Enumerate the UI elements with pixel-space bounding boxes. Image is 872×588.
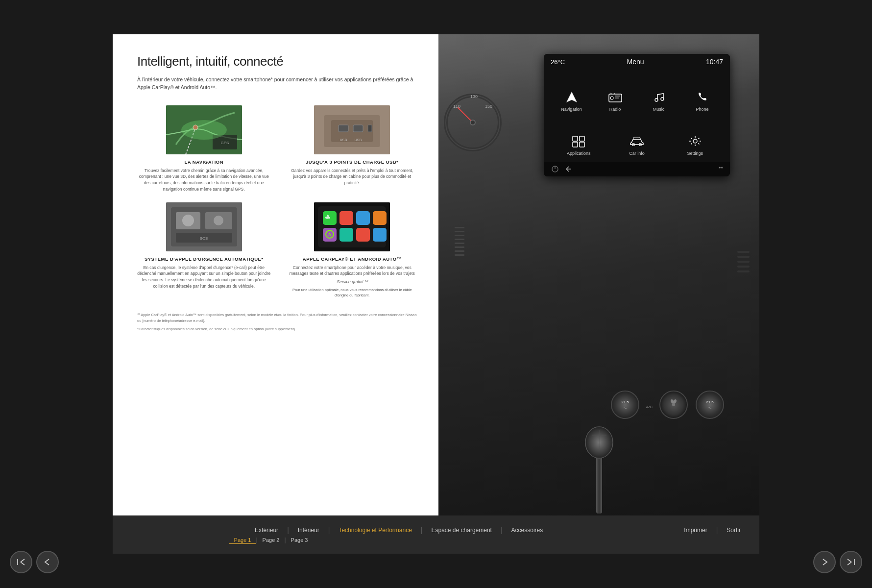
- right-vent-strip-2: [737, 256, 750, 258]
- svg-point-47: [719, 167, 721, 169]
- svg-rect-7: [339, 125, 348, 132]
- nav-sub-page2[interactable]: Page 2: [258, 537, 285, 543]
- feature-sos-image: SOS: [166, 202, 242, 251]
- screen-settings-label: Settings: [687, 151, 703, 156]
- screen-icon-radio[interactable]: Radio: [594, 74, 636, 127]
- left-vent: [453, 227, 465, 266]
- svg-rect-9: [368, 125, 372, 132]
- feature-carplay: A APPLE CARPLAY® ET ANDROID AUTO™ Connec…: [286, 202, 419, 298]
- right-vent-strip-1: [737, 251, 750, 253]
- screen-inner: 26°C Menu 10:47: [544, 54, 730, 176]
- feature-carplay-image: A: [314, 202, 390, 251]
- svg-text:SOS: SOS: [199, 236, 208, 241]
- vent-strip-3: [455, 235, 464, 236]
- screen-top-bar: 26°C Menu 10:47: [544, 54, 730, 70]
- arrow-first-btn[interactable]: [10, 551, 32, 573]
- feature-carplay-extra1: Service gratuit ¹⁰: [337, 279, 367, 285]
- svg-point-17: [182, 215, 194, 226]
- right-vent-strip-3: [737, 261, 750, 263]
- feature-carplay-title: APPLE CARPLAY® ET ANDROID AUTO™: [303, 256, 402, 262]
- radio-icon: [606, 89, 624, 105]
- screen-power-icon[interactable]: [551, 165, 559, 173]
- nav-item-tech[interactable]: Technologie et Performance: [330, 526, 420, 535]
- screen-back-icon[interactable]: [564, 165, 573, 173]
- vent-strip-8: [455, 254, 464, 256]
- svg-rect-23: [339, 211, 353, 225]
- phone-icon: [694, 89, 711, 105]
- screen-apps-label: Applications: [567, 151, 591, 156]
- nav-item-accessoires[interactable]: Accessoires: [503, 526, 552, 535]
- svg-rect-38: [573, 136, 578, 141]
- nav-sub-page1[interactable]: Page 1: [229, 537, 256, 544]
- speedo-gauge-area: 110 130 150: [438, 83, 507, 206]
- svg-point-56: [470, 120, 475, 125]
- right-panel: 26°C Menu 10:47: [438, 34, 759, 515]
- svg-text:USB: USB: [340, 138, 347, 142]
- music-icon: [650, 89, 668, 105]
- svg-text:GPS: GPS: [220, 141, 229, 145]
- screen-bottom-bar: [544, 162, 730, 176]
- feature-nav-desc: Trouvez facilement votre chemin grâce à …: [137, 168, 271, 193]
- svg-rect-39: [580, 136, 584, 141]
- bottom-navigation: Extérieur | Intérieur | Technologie et P…: [113, 515, 759, 554]
- svg-point-37: [661, 98, 664, 100]
- nav-sub-page3[interactable]: Page 3: [286, 537, 313, 543]
- svg-point-49: [722, 167, 723, 169]
- screen-icons-row2: Applications: [544, 131, 730, 162]
- svg-rect-8: [353, 125, 363, 132]
- vent-strip-6: [455, 246, 464, 248]
- feature-nav-title: LA NAVIGATION: [184, 159, 223, 165]
- feature-usb-desc: Gardez vos appareils connectés et prêts …: [286, 168, 419, 186]
- intro-text: À l'intérieur de votre véhicule, connect…: [137, 76, 419, 92]
- feature-usb-title: JUSQU'À 3 POINTS DE CHARGE USB*: [306, 159, 398, 165]
- infotainment-screen: 26°C Menu 10:47: [544, 54, 730, 176]
- vent-strip-2: [455, 231, 464, 232]
- nav-icon: [563, 89, 581, 105]
- screen-menu-icon[interactable]: [714, 165, 723, 173]
- svg-text:110: 110: [453, 104, 460, 109]
- feature-carplay-desc: Connectez votre smartphone pour accéder …: [286, 265, 419, 277]
- vent-strip-5: [455, 243, 464, 244]
- nav-item-espace[interactable]: Espace de chargement: [423, 526, 501, 535]
- arrow-next-btn[interactable]: [813, 551, 836, 573]
- screen-icon-applications[interactable]: Applications: [551, 131, 607, 158]
- screen-time: 10:47: [706, 58, 723, 66]
- main-frame: Intelligent, intuitif, connecté À l'inté…: [113, 34, 759, 554]
- footnote-area: ¹⁰ Apple CarPlay® et Android Auto™ sont …: [137, 307, 419, 332]
- arrow-prev-btn[interactable]: [36, 551, 59, 573]
- svg-point-1: [193, 125, 198, 130]
- svg-rect-25: [373, 211, 387, 225]
- feature-nav-image: GPS: [166, 105, 242, 154]
- nav-item-exterieur[interactable]: Extérieur: [246, 526, 287, 535]
- screen-icon-settings[interactable]: Settings: [667, 131, 723, 158]
- screen-radio-label: Radio: [609, 107, 621, 112]
- footnote-1: ¹⁰ Apple CarPlay® et Android Auto™ sont …: [137, 312, 419, 323]
- nav-sub-row: Page 1 | Page 2 | Page 3: [0, 537, 553, 544]
- content-area: Intelligent, intuitif, connecté À l'inté…: [113, 34, 759, 515]
- right-vent-strip-4: [737, 266, 750, 268]
- settings-icon: [686, 133, 704, 149]
- ac-label: A/C: [646, 405, 653, 409]
- screen-icon-navigation[interactable]: Navigation: [551, 74, 592, 127]
- svg-text:A: A: [328, 232, 332, 237]
- svg-rect-41: [580, 142, 584, 147]
- svg-point-36: [655, 98, 658, 101]
- screen-icon-carinfo[interactable]: Car info: [609, 131, 665, 158]
- climate-controls: 21.5 °C A/C: [610, 386, 725, 427]
- feature-sos-desc: En cas d'urgence, le système d'appel d'u…: [137, 265, 271, 290]
- right-vent: [737, 251, 750, 272]
- svg-point-57: [611, 391, 639, 418]
- svg-rect-6: [331, 120, 373, 142]
- climate-knob-middle[interactable]: [658, 386, 689, 427]
- nav-action-imprimer[interactable]: Imprimer: [675, 526, 716, 535]
- nav-action-sortir[interactable]: Sortir: [718, 526, 750, 535]
- screen-icon-phone[interactable]: Phone: [681, 74, 723, 127]
- nav-actions: Imprimer | Sortir: [675, 526, 750, 535]
- vent-strip-1: [455, 227, 464, 228]
- screen-icon-music[interactable]: Music: [638, 74, 679, 127]
- climate-knob-right[interactable]: 21.5 °C: [695, 386, 725, 427]
- nav-item-interieur[interactable]: Intérieur: [289, 526, 328, 535]
- svg-text:130: 130: [470, 94, 478, 99]
- nav-arrows-left: [10, 551, 59, 573]
- arrow-last-btn[interactable]: [840, 551, 862, 573]
